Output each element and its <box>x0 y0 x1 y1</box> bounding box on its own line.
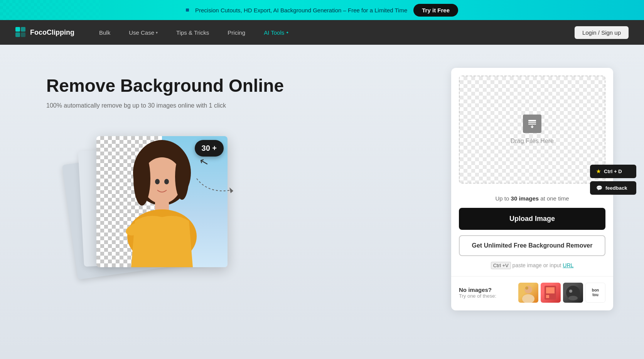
page-title: Remove Background Online <box>46 76 428 96</box>
svg-point-25 <box>568 296 578 300</box>
no-images-title: No images? <box>459 287 496 293</box>
dotted-arrow-icon <box>193 171 239 202</box>
images-count-text: Up to 30 images at one time <box>451 191 613 208</box>
svg-marker-13 <box>229 187 233 193</box>
drop-zone[interactable]: Drag Files Here <box>459 76 605 184</box>
svg-point-7 <box>175 153 189 200</box>
svg-point-17 <box>524 286 532 293</box>
unlimited-button[interactable]: Get Unlimited Free Background Remover <box>459 235 605 256</box>
right-side: Drag Files Here Up to 30 images at one t… <box>451 68 613 310</box>
batch-count-badge: 30 + <box>195 140 224 157</box>
url-link[interactable]: URL <box>563 262 573 268</box>
ctrl-v-key: Ctrl +V <box>491 262 511 269</box>
try-free-button[interactable]: Try it Free <box>413 4 458 17</box>
svg-rect-0 <box>15 27 20 32</box>
svg-point-12 <box>164 179 169 184</box>
aitools-plus-icon: ✦ <box>286 30 289 35</box>
bookmark-button[interactable]: ★ Ctrl + D <box>590 165 636 178</box>
page-subtitle: 100% automatically remove bg up to 30 im… <box>46 102 428 109</box>
drag-text: Drag Files Here <box>511 138 554 145</box>
navbar: FocoClipping Bulk Use Case ▾ Tips & Tric… <box>0 20 644 45</box>
svg-rect-3 <box>21 32 25 37</box>
svg-rect-15 <box>528 122 536 123</box>
feedback-label: feedback <box>605 185 627 191</box>
upload-panel: Drag Files Here Up to 30 images at one t… <box>451 68 613 310</box>
demo-area: 30 + ↖ <box>46 125 247 287</box>
top-banner: Precision Cutouts, HD Export, AI Backgro… <box>0 0 644 20</box>
nav-item-tips[interactable]: Tips & Tricks <box>167 20 218 45</box>
chat-icon: 💬 <box>596 185 602 191</box>
svg-point-19 <box>525 287 528 290</box>
nav-links: Bulk Use Case ▾ Tips & Tricks Pricing AI… <box>90 20 575 45</box>
star-icon: ★ <box>596 169 601 174</box>
no-images-subtitle: Try one of these: <box>459 293 496 299</box>
svg-point-18 <box>522 294 534 303</box>
feedback-button[interactable]: 💬 feedback <box>590 181 636 195</box>
no-images-text: No images? Try one of these: <box>459 287 496 299</box>
sample-image-1[interactable] <box>518 283 538 303</box>
svg-rect-1 <box>21 27 25 32</box>
no-images-section: No images? Try one of these: <box>451 276 613 310</box>
chevron-down-icon: ▾ <box>156 30 158 35</box>
side-buttons: ★ Ctrl + D 💬 feedback <box>590 165 636 195</box>
svg-point-24 <box>569 290 572 293</box>
sample-text-bontou[interactable]: bontou <box>585 283 605 303</box>
left-side: Remove Background Online 100% automatica… <box>46 68 428 287</box>
svg-rect-2 <box>15 32 20 37</box>
sample-images: bontou <box>518 283 605 303</box>
logo-text: FocoClipping <box>30 29 74 37</box>
nav-item-aitools[interactable]: AI Tools ✦ <box>255 20 298 45</box>
svg-point-6 <box>133 152 150 206</box>
svg-rect-16 <box>528 124 536 125</box>
main-content: Remove Background Online 100% automatica… <box>0 45 644 359</box>
nav-item-pricing[interactable]: Pricing <box>218 20 255 45</box>
logo-area[interactable]: FocoClipping <box>15 27 74 38</box>
banner-checker-decoration <box>0 0 100 20</box>
upload-icon <box>523 115 541 133</box>
logo-icon <box>15 27 26 38</box>
nav-right: Login / Sign up <box>575 26 629 39</box>
nav-item-bulk[interactable]: Bulk <box>90 20 120 45</box>
images-count-number: 30 images <box>511 195 539 202</box>
upload-image-button[interactable]: Upload Image <box>459 208 605 230</box>
svg-rect-21 <box>546 287 555 293</box>
paste-hint: Ctrl +V paste image or input URL <box>451 262 613 276</box>
sample-image-2[interactable] <box>541 283 561 303</box>
bookmark-label: Ctrl + D <box>604 169 622 174</box>
dropzone-checker-bg: Drag Files Here <box>460 76 605 183</box>
banner-dot <box>186 8 189 12</box>
nav-item-usecase[interactable]: Use Case ▾ <box>120 20 167 45</box>
svg-point-11 <box>155 179 160 184</box>
banner-text: Precision Cutouts, HD Export, AI Backgro… <box>195 7 407 13</box>
sample-image-3[interactable] <box>563 283 583 303</box>
login-button[interactable]: Login / Sign up <box>575 26 629 39</box>
svg-rect-14 <box>528 120 536 121</box>
svg-rect-22 <box>546 295 549 298</box>
